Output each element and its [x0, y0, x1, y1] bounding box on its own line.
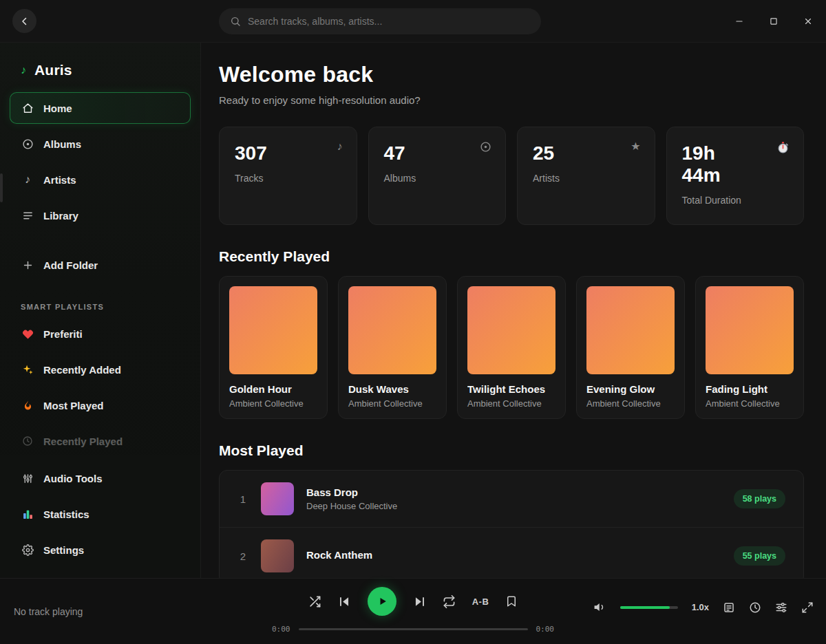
transport-controls: A-B: [308, 587, 518, 616]
ab-loop-button[interactable]: A-B: [472, 597, 489, 607]
back-button[interactable]: [12, 9, 36, 33]
album-card[interactable]: Dusk Waves Ambient Collective: [338, 276, 447, 419]
stat-value: 307: [235, 142, 341, 164]
sidebar-item-label: Library: [43, 210, 78, 222]
volume-button[interactable]: [593, 601, 606, 614]
sidebar-item-library[interactable]: Library: [10, 200, 191, 231]
playlist-item-recently-added[interactable]: Recently Added: [10, 354, 191, 385]
album-card[interactable]: Golden Hour Ambient Collective: [219, 276, 328, 419]
bookmark-icon: [505, 595, 518, 608]
player-center: A-B 0:00 0:00: [272, 587, 554, 634]
sidebar-item-label: Artists: [43, 174, 76, 186]
playlist-label: Most Played: [43, 400, 104, 411]
now-playing-status: No track playing: [14, 606, 83, 617]
plus-icon: [21, 259, 34, 271]
track-art: [261, 539, 294, 572]
album-art: [706, 286, 794, 374]
sidebar-item-albums[interactable]: Albums: [10, 128, 191, 160]
lyrics-button[interactable]: [723, 601, 735, 614]
repeat-icon: [443, 595, 456, 608]
progress-section: 0:00 0:00: [272, 625, 554, 634]
sleep-timer-button[interactable]: [749, 601, 761, 614]
player-bar: No track playing A-B 0:00: [0, 578, 826, 644]
music-note-icon: ♪: [21, 65, 26, 76]
track-index: 2: [237, 550, 248, 562]
album-card[interactable]: Fading Light Ambient Collective: [695, 276, 804, 419]
sidebar-item-label: Settings: [43, 544, 84, 556]
skip-back-icon: [338, 595, 351, 608]
previous-button[interactable]: [338, 595, 351, 608]
album-artist: Ambient Collective: [229, 398, 317, 409]
maximize-button[interactable]: [767, 14, 781, 28]
fullscreen-button[interactable]: [801, 601, 814, 614]
sliders-icon: [21, 472, 34, 484]
skip-forward-icon: [413, 595, 426, 608]
shuffle-icon: [308, 595, 321, 608]
add-folder-label: Add Folder: [43, 259, 98, 271]
track-art: [261, 482, 294, 515]
sidebar-item-home[interactable]: Home: [10, 92, 191, 124]
minimize-icon: [734, 17, 744, 26]
playlist-label: Preferiti: [43, 328, 83, 340]
stopwatch-icon: [776, 141, 790, 154]
shuffle-button[interactable]: [308, 595, 321, 608]
album-title: Twilight Echoes: [467, 383, 555, 395]
close-icon: [803, 17, 813, 26]
play-count-badge: 58 plays: [734, 489, 785, 508]
stat-value: 19h 44m: [682, 142, 789, 186]
clock-icon: [749, 601, 761, 614]
sidebar-item-settings[interactable]: Settings: [10, 534, 191, 566]
track-row[interactable]: 1 Bass Drop Deep House Collective 58 pla…: [220, 471, 803, 527]
sidebar-item-statistics[interactable]: Statistics: [10, 498, 191, 530]
volume-fill: [620, 606, 670, 609]
playlist-item-most-played[interactable]: Most Played: [10, 389, 191, 421]
main-content: Welcome back Ready to enjoy some high-re…: [201, 43, 826, 578]
maximize-icon: [769, 17, 779, 26]
album-title: Evening Glow: [586, 383, 675, 395]
repeat-button[interactable]: [443, 595, 456, 608]
star-icon: ★: [631, 141, 640, 152]
playback-speed-button[interactable]: 1.0x: [692, 602, 709, 612]
stat-label: Albums: [384, 173, 491, 184]
most-played-heading: Most Played: [219, 442, 804, 459]
volume-slider[interactable]: [620, 606, 678, 609]
chevron-left-icon: [19, 15, 31, 28]
sidebar-item-label: Audio Tools: [43, 473, 103, 484]
next-button[interactable]: [413, 595, 426, 608]
play-button[interactable]: [368, 587, 396, 616]
disc-icon: [21, 138, 34, 150]
search-input[interactable]: [248, 16, 530, 27]
playlist-item-preferiti[interactable]: Preferiti: [10, 318, 191, 350]
minimize-button[interactable]: [732, 14, 746, 28]
library-icon: [21, 209, 34, 222]
most-played-list: 1 Bass Drop Deep House Collective 58 pla…: [219, 470, 804, 578]
flame-icon: [21, 399, 34, 411]
track-row[interactable]: 2 Rock Anthem 55 plays: [220, 527, 803, 578]
album-card[interactable]: Twilight Echoes Ambient Collective: [457, 276, 566, 419]
bookmark-button[interactable]: [505, 595, 518, 608]
stat-label: Tracks: [235, 173, 341, 184]
close-button[interactable]: [801, 14, 815, 28]
home-icon: [21, 102, 34, 114]
add-folder-button[interactable]: Add Folder: [10, 249, 191, 281]
album-art: [348, 286, 436, 374]
album-title: Golden Hour: [229, 383, 317, 395]
playlist-item-recently-played[interactable]: Recently Played: [10, 425, 191, 457]
sidebar-scrollbar-thumb[interactable]: [0, 173, 3, 202]
track-artist: Deep House Collective: [306, 501, 397, 511]
stat-card-albums: 47 Albums: [368, 127, 507, 225]
smart-playlists-list: Preferiti Recently Added Most Played Rec…: [0, 318, 200, 457]
sidebar-item-audio-tools[interactable]: Audio Tools: [10, 462, 191, 494]
heart-icon: [21, 328, 34, 340]
search-bar[interactable]: [219, 8, 541, 34]
playlist-label: Recently Played: [43, 436, 123, 447]
disc-icon: [480, 141, 491, 153]
album-card[interactable]: Evening Glow Ambient Collective: [576, 276, 685, 419]
sidebar: ♪ Auris Home Albums ♪ Artists Library: [0, 43, 201, 578]
album-title: Dusk Waves: [348, 383, 436, 395]
equalizer-button[interactable]: [775, 601, 787, 614]
search-icon: [230, 16, 241, 27]
seek-bar[interactable]: [299, 628, 528, 630]
sidebar-item-artists[interactable]: ♪ Artists: [10, 164, 191, 195]
sparkles-icon: [21, 363, 34, 376]
